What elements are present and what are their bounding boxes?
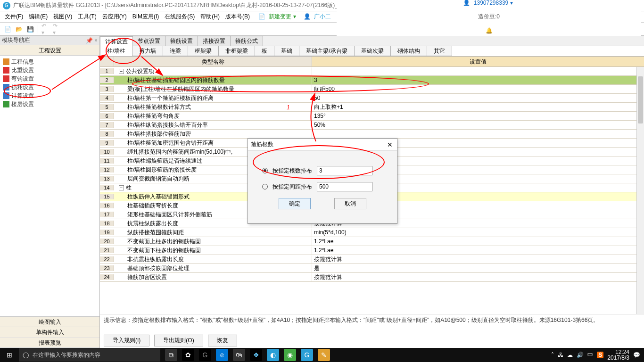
left-tab-draw[interactable]: 绘图输入 — [0, 317, 99, 327]
menu-file[interactable]: 文件(F) — [3, 12, 25, 22]
table-row[interactable]: 4柱/墙柱第一个箍筋距楼板面的距离50 — [100, 94, 644, 103]
tab2-item[interactable]: 其它 — [427, 46, 452, 56]
table-row[interactable]: 8柱/墙柱搭接部位箍筋加密 — [100, 130, 644, 139]
row-value[interactable]: 按规范计算 — [312, 255, 644, 263]
tab2-item[interactable]: 柱/墙柱 — [100, 46, 132, 56]
redo-icon[interactable]: ↷ ▾ — [52, 25, 62, 34]
task-app4-icon[interactable]: ◐ — [267, 349, 279, 361]
menu-bim[interactable]: BIM应用(I) — [131, 12, 161, 22]
task-app5-icon[interactable]: ◉ — [284, 349, 296, 361]
table-row[interactable]: 23基础顶部按嵌固部位处理是 — [100, 264, 644, 273]
export-rule-button[interactable]: 导出规则(O) — [154, 335, 203, 346]
row-value[interactable]: 1.2*Lae — [312, 238, 644, 245]
left-tab-single[interactable]: 单构件输入 — [0, 327, 99, 337]
row-value[interactable]: 向上取整+1 — [312, 103, 644, 111]
table-row[interactable]: 24箍筋加密区设置按规范计算 — [100, 273, 644, 282]
row-value[interactable]: 3 — [312, 77, 644, 83]
new-change-button[interactable]: 📄 新建变更 ▾ — [256, 12, 300, 22]
radio-by-count[interactable] — [262, 168, 268, 173]
undo-icon[interactable]: ↶ ▾ — [41, 25, 50, 34]
user2-icon[interactable]: 👤 广小二 — [302, 12, 335, 22]
task-view-icon[interactable]: ⧉ — [165, 349, 177, 361]
tree-item[interactable]: 计算设置 — [3, 91, 97, 100]
tree-item[interactable]: 比重设置 — [3, 66, 97, 74]
start-button[interactable]: ⊞ — [0, 351, 19, 359]
spacing-input[interactable] — [317, 182, 372, 191]
tray-up-icon[interactable]: ˄ — [551, 352, 554, 358]
table-row[interactable]: 20不变截面上柱多出的钢筋锚固1.2*Lae — [100, 237, 644, 246]
task-app1-icon[interactable]: ✿ — [182, 349, 194, 361]
tray-ime-s[interactable]: S — [597, 352, 603, 358]
tab2-item[interactable]: 基础 — [274, 46, 299, 56]
tab2-item[interactable]: 基础主梁/承台梁 — [299, 46, 354, 56]
count-input[interactable] — [317, 166, 372, 175]
menu-online[interactable]: 在线服务(S) — [163, 12, 197, 22]
table-row[interactable]: 5柱/墙柱箍筋根数计算方式向上取整+1 — [100, 103, 644, 112]
menu-edit[interactable]: 编辑(E) — [27, 12, 50, 22]
tab1-item[interactable]: 搭接设置 — [198, 36, 231, 46]
menu-version[interactable]: 版本号(B) — [223, 12, 252, 22]
row-value[interactable]: min(5*d,100) — [312, 229, 644, 236]
tab1-item[interactable]: 计算设置 — [100, 36, 133, 46]
menu-cloud[interactable]: 云应用(Y) — [100, 12, 129, 22]
row-value[interactable]: 间距500 — [312, 85, 644, 93]
user-phone[interactable]: 👤 13907298339 ▾ — [461, 0, 516, 7]
table-row[interactable]: 2柱/墙柱在基础插筋锚固区内的箍筋数量3 — [100, 76, 644, 85]
tree-item[interactable]: 工程信息 — [3, 58, 97, 66]
tray-clock[interactable]: 12:242017/8/3 — [607, 349, 629, 361]
tab2-item[interactable]: 连梁 — [163, 46, 188, 56]
task-ggj-icon[interactable]: G — [301, 349, 313, 361]
tree-item[interactable]: 楼层设置 — [3, 100, 97, 108]
new-icon[interactable]: 📄 — [3, 25, 12, 34]
dialog-ok-button[interactable]: 确定 — [279, 198, 311, 209]
task-app6-icon[interactable]: ✎ — [318, 349, 330, 361]
row-value[interactable]: 按规范计算 — [312, 273, 644, 281]
tab2-item[interactable]: 框架梁 — [188, 46, 219, 56]
tab2-item[interactable]: 剪力墙 — [132, 46, 163, 56]
tree-item[interactable]: 损耗设置 — [3, 83, 97, 91]
save-icon[interactable]: 💾 — [25, 25, 35, 34]
tray-net-icon[interactable]: 🖧 — [558, 352, 563, 358]
table-row[interactable]: 6柱/墙柱箍筋弯勾角度135° — [100, 112, 644, 121]
table-row[interactable]: 7柱/墙柱纵筋搭接接头错开百分率50% — [100, 121, 644, 130]
menu-view[interactable]: 视图(V) — [51, 12, 74, 22]
tray-notification-icon[interactable]: 💬 — [633, 352, 640, 358]
import-rule-button[interactable]: 导入规则(I) — [104, 335, 149, 346]
dialog-cancel-button[interactable]: 取消 — [334, 198, 366, 209]
expand-icon[interactable]: − — [119, 69, 124, 74]
task-store-icon[interactable]: 🛍 — [233, 349, 245, 361]
tray-ime-cn[interactable]: 中 — [587, 351, 593, 359]
row-value[interactable]: 是 — [312, 264, 644, 272]
left-tab-report[interactable]: 报表预览 — [0, 337, 99, 348]
notify-icon[interactable]: 🔔 — [484, 26, 495, 35]
vertical-scrollbar[interactable] — [636, 67, 644, 314]
row-value[interactable]: 50 — [312, 95, 644, 101]
radio-by-spacing[interactable] — [262, 184, 268, 189]
tray-vol-icon[interactable]: 🔊 — [577, 352, 584, 358]
task-app2-icon[interactable]: G — [199, 349, 211, 361]
restore-button[interactable]: 恢复 — [208, 335, 237, 346]
table-row[interactable]: 21不变截面下柱多出的钢筋锚固1.2*Lae — [100, 246, 644, 255]
table-row[interactable]: 1−公共设置项 — [100, 67, 644, 76]
table-row[interactable]: 22非抗震柱纵筋露出长度按规范计算 — [100, 255, 644, 264]
tab2-item[interactable]: 砌体结构 — [390, 46, 427, 56]
project-settings-header[interactable]: 工程设置 — [0, 45, 99, 56]
row-value[interactable]: 50% — [312, 122, 644, 128]
task-edge-icon[interactable]: e — [216, 349, 228, 361]
tab1-item[interactable]: 箍筋设置 — [165, 36, 198, 46]
table-row[interactable]: 3梁(板)上柱/墙柱在插筋锚固区内的箍筋数量间距500 — [100, 85, 644, 94]
tab2-item[interactable]: 板 — [255, 46, 274, 56]
row-value[interactable]: 1.2*Lae — [312, 247, 644, 254]
tab1-item[interactable]: 节点设置 — [132, 36, 165, 46]
dialog-close-icon[interactable]: ✕ — [386, 141, 394, 148]
tab2-item[interactable]: 非框架梁 — [218, 46, 255, 56]
expand-icon[interactable]: − — [119, 185, 124, 190]
tree-item[interactable]: 弯钩设置 — [3, 74, 97, 83]
pin-icon[interactable]: 📌 × — [86, 37, 98, 44]
tab1-item[interactable]: 箍筋公式 — [230, 36, 263, 46]
task-app3-icon[interactable]: ❖ — [250, 349, 262, 361]
taskbar-search[interactable]: ◯ 在这里输入你要搜索的内容 — [19, 348, 160, 362]
row-value[interactable]: 135° — [312, 113, 644, 119]
table-row[interactable]: 19纵筋搭接范围箍筋间距min(5*d,100) — [100, 228, 644, 237]
tray-cloud-icon[interactable]: ☁ — [567, 352, 573, 358]
